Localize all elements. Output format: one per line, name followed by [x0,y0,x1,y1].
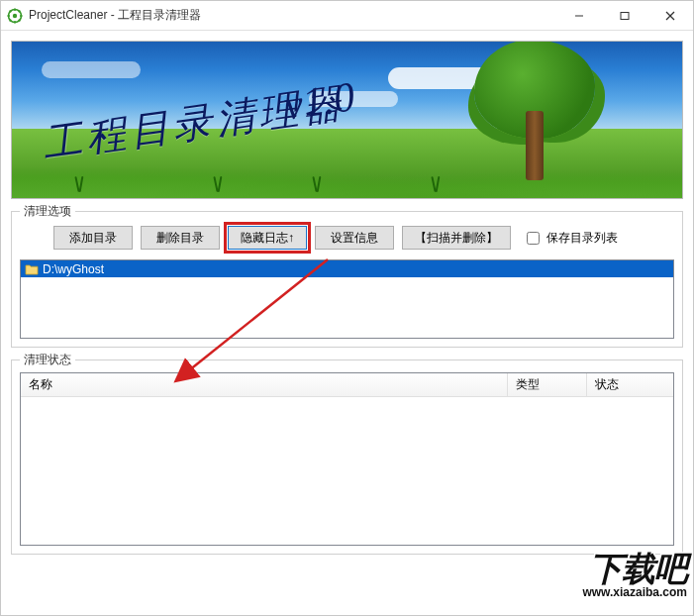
table-header: 名称 类型 状态 [21,373,673,397]
maximize-button[interactable] [602,1,647,30]
column-name[interactable]: 名称 [21,373,508,396]
settings-button[interactable]: 设置信息 [315,226,394,250]
window-title: ProjectCleaner - 工程目录清理器 [29,7,556,24]
list-item-path: D:\wyGhost [43,262,104,276]
table-body [21,397,673,545]
list-item[interactable]: D:\wyGhost [21,260,673,277]
svg-point-1 [13,13,17,17]
watermark-brand: 下载吧 [544,552,687,585]
save-list-label: 保存目录列表 [546,230,618,247]
window-buttons [556,1,693,30]
close-button[interactable] [647,1,693,30]
svg-rect-11 [621,12,629,19]
column-type[interactable]: 类型 [508,373,587,396]
banner: 工程目录清理器 v1.0 [11,41,683,199]
status-group: 清理状态 名称 类型 状态 [11,359,683,555]
minimize-button[interactable] [556,1,602,30]
status-group-label: 清理状态 [20,352,75,368]
watermark: 下载吧 www.xiazaiba.com [544,552,687,611]
options-group: 清理选项 添加目录 删除目录 隐藏日志↑ 设置信息 【扫描并删除】 保存目录列表… [11,211,683,348]
hide-log-button[interactable]: 隐藏日志↑ [228,226,307,250]
options-toolbar: 添加目录 删除目录 隐藏日志↑ 设置信息 【扫描并删除】 保存目录列表 [20,224,674,256]
options-group-label: 清理选项 [20,203,75,220]
scan-and-delete-button[interactable]: 【扫描并删除】 [402,226,511,250]
app-icon [7,8,23,24]
title-bar: ProjectCleaner - 工程目录清理器 [1,1,693,31]
directory-list[interactable]: D:\wyGhost [20,259,674,339]
column-status[interactable]: 状态 [587,373,673,396]
banner-version: v1.0 [281,72,357,129]
folder-icon [25,263,39,275]
save-list-checkbox-wrap[interactable]: 保存目录列表 [523,229,618,248]
add-directory-button[interactable]: 添加目录 [53,226,133,250]
save-list-checkbox[interactable] [527,232,540,245]
status-table[interactable]: 名称 类型 状态 [20,372,674,546]
watermark-url: www.xiazaiba.com [544,585,687,599]
delete-directory-button[interactable]: 删除目录 [141,226,220,250]
